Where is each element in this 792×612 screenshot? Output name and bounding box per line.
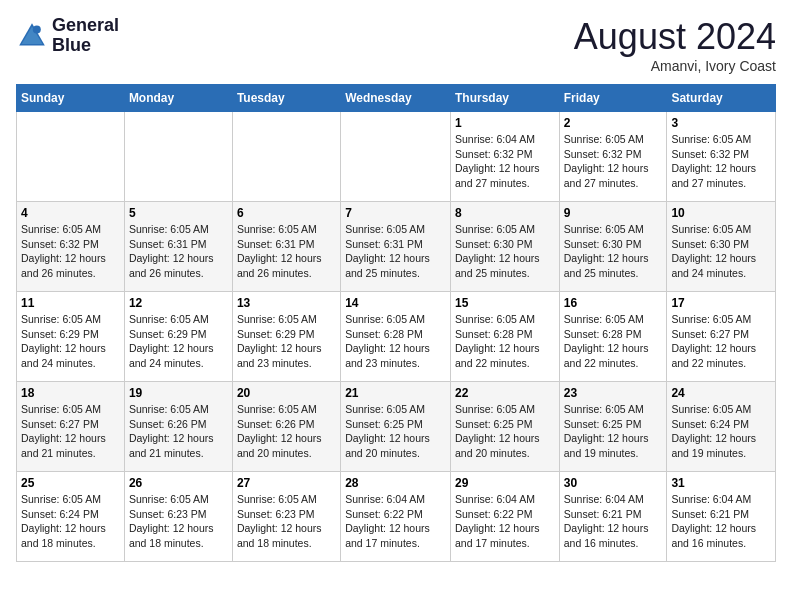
calendar-subtitle: Amanvi, Ivory Coast bbox=[574, 58, 776, 74]
page-header: General Blue August 2024 Amanvi, Ivory C… bbox=[16, 16, 776, 74]
day-info: Sunrise: 6:05 AM Sunset: 6:23 PM Dayligh… bbox=[237, 492, 336, 551]
day-number: 6 bbox=[237, 206, 336, 220]
day-number: 30 bbox=[564, 476, 663, 490]
day-number: 31 bbox=[671, 476, 771, 490]
day-number: 2 bbox=[564, 116, 663, 130]
day-info: Sunrise: 6:05 AM Sunset: 6:26 PM Dayligh… bbox=[129, 402, 228, 461]
calendar-header: SundayMondayTuesdayWednesdayThursdayFrid… bbox=[17, 85, 776, 112]
day-number: 13 bbox=[237, 296, 336, 310]
day-number: 19 bbox=[129, 386, 228, 400]
day-info: Sunrise: 6:05 AM Sunset: 6:24 PM Dayligh… bbox=[21, 492, 120, 551]
calendar-title: August 2024 bbox=[574, 16, 776, 58]
calendar-cell bbox=[232, 112, 340, 202]
calendar-table: SundayMondayTuesdayWednesdayThursdayFrid… bbox=[16, 84, 776, 562]
day-number: 25 bbox=[21, 476, 120, 490]
day-info: Sunrise: 6:05 AM Sunset: 6:31 PM Dayligh… bbox=[237, 222, 336, 281]
day-info: Sunrise: 6:05 AM Sunset: 6:29 PM Dayligh… bbox=[237, 312, 336, 371]
day-number: 20 bbox=[237, 386, 336, 400]
day-info: Sunrise: 6:05 AM Sunset: 6:30 PM Dayligh… bbox=[671, 222, 771, 281]
day-info: Sunrise: 6:05 AM Sunset: 6:25 PM Dayligh… bbox=[345, 402, 446, 461]
calendar-cell bbox=[17, 112, 125, 202]
day-number: 18 bbox=[21, 386, 120, 400]
calendar-cell: 30Sunrise: 6:04 AM Sunset: 6:21 PM Dayli… bbox=[559, 472, 667, 562]
day-info: Sunrise: 6:05 AM Sunset: 6:28 PM Dayligh… bbox=[455, 312, 555, 371]
calendar-cell bbox=[124, 112, 232, 202]
calendar-cell: 28Sunrise: 6:04 AM Sunset: 6:22 PM Dayli… bbox=[341, 472, 451, 562]
day-info: Sunrise: 6:04 AM Sunset: 6:22 PM Dayligh… bbox=[345, 492, 446, 551]
day-number: 12 bbox=[129, 296, 228, 310]
day-number: 14 bbox=[345, 296, 446, 310]
day-number: 28 bbox=[345, 476, 446, 490]
header-cell-thursday: Thursday bbox=[450, 85, 559, 112]
day-number: 26 bbox=[129, 476, 228, 490]
day-number: 3 bbox=[671, 116, 771, 130]
calendar-cell: 4Sunrise: 6:05 AM Sunset: 6:32 PM Daylig… bbox=[17, 202, 125, 292]
day-info: Sunrise: 6:05 AM Sunset: 6:30 PM Dayligh… bbox=[564, 222, 663, 281]
calendar-cell: 23Sunrise: 6:05 AM Sunset: 6:25 PM Dayli… bbox=[559, 382, 667, 472]
calendar-cell: 26Sunrise: 6:05 AM Sunset: 6:23 PM Dayli… bbox=[124, 472, 232, 562]
svg-point-2 bbox=[33, 25, 41, 33]
day-info: Sunrise: 6:05 AM Sunset: 6:25 PM Dayligh… bbox=[455, 402, 555, 461]
calendar-cell: 24Sunrise: 6:05 AM Sunset: 6:24 PM Dayli… bbox=[667, 382, 776, 472]
day-number: 15 bbox=[455, 296, 555, 310]
calendar-cell: 16Sunrise: 6:05 AM Sunset: 6:28 PM Dayli… bbox=[559, 292, 667, 382]
calendar-cell: 3Sunrise: 6:05 AM Sunset: 6:32 PM Daylig… bbox=[667, 112, 776, 202]
calendar-cell: 9Sunrise: 6:05 AM Sunset: 6:30 PM Daylig… bbox=[559, 202, 667, 292]
day-number: 29 bbox=[455, 476, 555, 490]
day-info: Sunrise: 6:05 AM Sunset: 6:31 PM Dayligh… bbox=[345, 222, 446, 281]
calendar-cell bbox=[341, 112, 451, 202]
day-number: 17 bbox=[671, 296, 771, 310]
day-number: 4 bbox=[21, 206, 120, 220]
header-row: SundayMondayTuesdayWednesdayThursdayFrid… bbox=[17, 85, 776, 112]
week-row-4: 18Sunrise: 6:05 AM Sunset: 6:27 PM Dayli… bbox=[17, 382, 776, 472]
day-info: Sunrise: 6:05 AM Sunset: 6:30 PM Dayligh… bbox=[455, 222, 555, 281]
logo: General Blue bbox=[16, 16, 119, 56]
week-row-1: 1Sunrise: 6:04 AM Sunset: 6:32 PM Daylig… bbox=[17, 112, 776, 202]
day-info: Sunrise: 6:04 AM Sunset: 6:21 PM Dayligh… bbox=[671, 492, 771, 551]
calendar-cell: 18Sunrise: 6:05 AM Sunset: 6:27 PM Dayli… bbox=[17, 382, 125, 472]
calendar-cell: 17Sunrise: 6:05 AM Sunset: 6:27 PM Dayli… bbox=[667, 292, 776, 382]
calendar-cell: 12Sunrise: 6:05 AM Sunset: 6:29 PM Dayli… bbox=[124, 292, 232, 382]
calendar-cell: 10Sunrise: 6:05 AM Sunset: 6:30 PM Dayli… bbox=[667, 202, 776, 292]
day-info: Sunrise: 6:05 AM Sunset: 6:32 PM Dayligh… bbox=[564, 132, 663, 191]
day-number: 23 bbox=[564, 386, 663, 400]
day-number: 16 bbox=[564, 296, 663, 310]
day-info: Sunrise: 6:04 AM Sunset: 6:32 PM Dayligh… bbox=[455, 132, 555, 191]
day-info: Sunrise: 6:05 AM Sunset: 6:28 PM Dayligh… bbox=[564, 312, 663, 371]
calendar-cell: 19Sunrise: 6:05 AM Sunset: 6:26 PM Dayli… bbox=[124, 382, 232, 472]
calendar-cell: 14Sunrise: 6:05 AM Sunset: 6:28 PM Dayli… bbox=[341, 292, 451, 382]
calendar-cell: 27Sunrise: 6:05 AM Sunset: 6:23 PM Dayli… bbox=[232, 472, 340, 562]
day-number: 10 bbox=[671, 206, 771, 220]
header-cell-wednesday: Wednesday bbox=[341, 85, 451, 112]
logo-text: General Blue bbox=[52, 16, 119, 56]
day-info: Sunrise: 6:05 AM Sunset: 6:32 PM Dayligh… bbox=[21, 222, 120, 281]
week-row-5: 25Sunrise: 6:05 AM Sunset: 6:24 PM Dayli… bbox=[17, 472, 776, 562]
day-info: Sunrise: 6:05 AM Sunset: 6:32 PM Dayligh… bbox=[671, 132, 771, 191]
header-cell-tuesday: Tuesday bbox=[232, 85, 340, 112]
day-number: 24 bbox=[671, 386, 771, 400]
calendar-cell: 20Sunrise: 6:05 AM Sunset: 6:26 PM Dayli… bbox=[232, 382, 340, 472]
day-info: Sunrise: 6:05 AM Sunset: 6:28 PM Dayligh… bbox=[345, 312, 446, 371]
calendar-cell: 13Sunrise: 6:05 AM Sunset: 6:29 PM Dayli… bbox=[232, 292, 340, 382]
header-cell-saturday: Saturday bbox=[667, 85, 776, 112]
calendar-cell: 29Sunrise: 6:04 AM Sunset: 6:22 PM Dayli… bbox=[450, 472, 559, 562]
calendar-cell: 2Sunrise: 6:05 AM Sunset: 6:32 PM Daylig… bbox=[559, 112, 667, 202]
calendar-cell: 15Sunrise: 6:05 AM Sunset: 6:28 PM Dayli… bbox=[450, 292, 559, 382]
calendar-cell: 8Sunrise: 6:05 AM Sunset: 6:30 PM Daylig… bbox=[450, 202, 559, 292]
day-info: Sunrise: 6:04 AM Sunset: 6:22 PM Dayligh… bbox=[455, 492, 555, 551]
calendar-cell: 11Sunrise: 6:05 AM Sunset: 6:29 PM Dayli… bbox=[17, 292, 125, 382]
day-info: Sunrise: 6:05 AM Sunset: 6:31 PM Dayligh… bbox=[129, 222, 228, 281]
day-info: Sunrise: 6:05 AM Sunset: 6:27 PM Dayligh… bbox=[671, 312, 771, 371]
header-cell-monday: Monday bbox=[124, 85, 232, 112]
day-info: Sunrise: 6:05 AM Sunset: 6:24 PM Dayligh… bbox=[671, 402, 771, 461]
calendar-body: 1Sunrise: 6:04 AM Sunset: 6:32 PM Daylig… bbox=[17, 112, 776, 562]
header-cell-friday: Friday bbox=[559, 85, 667, 112]
week-row-3: 11Sunrise: 6:05 AM Sunset: 6:29 PM Dayli… bbox=[17, 292, 776, 382]
calendar-cell: 7Sunrise: 6:05 AM Sunset: 6:31 PM Daylig… bbox=[341, 202, 451, 292]
calendar-cell: 1Sunrise: 6:04 AM Sunset: 6:32 PM Daylig… bbox=[450, 112, 559, 202]
calendar-cell: 25Sunrise: 6:05 AM Sunset: 6:24 PM Dayli… bbox=[17, 472, 125, 562]
day-number: 7 bbox=[345, 206, 446, 220]
calendar-cell: 6Sunrise: 6:05 AM Sunset: 6:31 PM Daylig… bbox=[232, 202, 340, 292]
day-info: Sunrise: 6:05 AM Sunset: 6:26 PM Dayligh… bbox=[237, 402, 336, 461]
week-row-2: 4Sunrise: 6:05 AM Sunset: 6:32 PM Daylig… bbox=[17, 202, 776, 292]
